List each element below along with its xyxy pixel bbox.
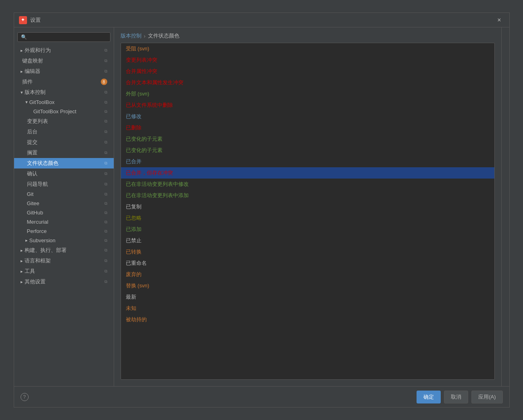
copy-icon-keymap: ⧉ xyxy=(104,58,107,63)
status-item-changed-children[interactable]: 已变化的子元素 xyxy=(121,133,494,145)
copy-icon-vcs: ⧉ xyxy=(104,90,107,95)
sidebar-item-label: 文件状态颜色 xyxy=(27,160,58,167)
status-item-deleted[interactable]: 已删除 xyxy=(121,122,494,133)
status-item-disabled[interactable]: 已禁止 xyxy=(121,235,494,246)
status-item-label: 已转换 xyxy=(126,249,142,255)
sidebar-item-language[interactable]: ▸语言和框架⧉ xyxy=(14,256,114,266)
sidebar-item-issue-nav[interactable]: 问题导航⧉ xyxy=(14,179,114,189)
status-item-replaced[interactable]: 替换 (svn) xyxy=(121,280,494,291)
status-item-ignored[interactable]: 已忽略 xyxy=(121,212,494,224)
status-item-merge-text-property-conflict[interactable]: 合并文本和属性发生冲突 xyxy=(121,77,494,88)
status-item-added[interactable]: 已添加 xyxy=(121,224,494,235)
sidebar-item-vcs[interactable]: ▾版本控制⧉ xyxy=(14,87,114,98)
sidebar: ▸外观和行为⧉ 键盘映射⧉▸编辑器⧉ 插件8▾版本控制⧉▾GitToolBox⧉… xyxy=(14,27,114,386)
sidebar-item-label: 构建、执行、部署 xyxy=(25,247,67,254)
sidebar-item-label: 编辑器 xyxy=(25,68,40,75)
breadcrumb: 版本控制 › 文件状态颜色 xyxy=(114,27,501,43)
sidebar-item-background[interactable]: 后台⧉ xyxy=(14,127,114,137)
status-item-label: 已从文件系统中删除 xyxy=(126,102,173,108)
breadcrumb-parent[interactable]: 版本控制 xyxy=(121,32,142,40)
status-item-unknown[interactable]: 未知 xyxy=(121,303,494,314)
sidebar-item-label: 其他设置 xyxy=(25,278,46,285)
status-item-merged-with-conflict[interactable]: 已合并，但存在冲突 xyxy=(121,167,494,179)
sidebar-item-subversion[interactable]: ▸Subversion⧉ xyxy=(14,236,114,245)
status-item-label: 已复制 xyxy=(126,204,142,210)
copy-icon-tools: ⧉ xyxy=(104,269,107,274)
status-item-label: 合并文本和属性发生冲突 xyxy=(126,79,183,85)
status-item-blocked[interactable]: 受阻 (svn) xyxy=(121,43,494,54)
sidebar-item-gittoolbox[interactable]: ▾GitToolBox⧉ xyxy=(14,98,114,107)
sidebar-item-label: Subversion xyxy=(29,237,56,243)
status-item-merge-property-conflict[interactable]: 合并属性冲突 xyxy=(121,66,494,77)
status-item-label: 已删除 xyxy=(126,125,142,131)
sidebar-item-appearance[interactable]: ▸外观和行为⧉ xyxy=(14,45,114,56)
close-button[interactable]: × xyxy=(494,15,504,25)
sidebar-item-label: GitToolBox xyxy=(29,99,55,105)
status-item-changed-children2[interactable]: 已变化的子元素 xyxy=(121,145,494,156)
sidebar-item-shelf[interactable]: 搁置⧉ xyxy=(14,148,114,158)
sidebar-item-label: 键盘映射 xyxy=(22,57,43,64)
ok-button[interactable]: 确定 xyxy=(417,391,441,403)
status-item-label: 已变化的子元素 xyxy=(126,147,163,153)
cancel-button[interactable]: 取消 xyxy=(444,391,468,403)
sidebar-item-label: 插件 xyxy=(22,78,33,85)
status-item-obsolete[interactable]: 废弃的 xyxy=(121,269,494,280)
sidebar-item-mercurial[interactable]: Mercurial⧉ xyxy=(14,217,114,227)
status-item-modified[interactable]: 已修改 xyxy=(121,111,494,122)
sidebar-item-file-status-colors[interactable]: 文件状态颜色⧉ xyxy=(14,158,114,168)
sidebar-item-label: 后台 xyxy=(27,128,38,135)
dialog-content: ▸外观和行为⧉ 键盘映射⧉▸编辑器⧉ 插件8▾版本控制⧉▾GitToolBox⧉… xyxy=(14,27,509,386)
sidebar-item-changelog[interactable]: 变更列表⧉ xyxy=(14,116,114,127)
sidebar-item-label: GitHub xyxy=(27,210,43,216)
status-item-label: 已忽略 xyxy=(126,215,142,221)
status-item-external[interactable]: 外部 (svn) xyxy=(121,88,494,100)
status-item-added-in-inactive[interactable]: 已在非活动变更列表中添加 xyxy=(121,190,494,201)
sidebar-item-tools[interactable]: ▸工具⧉ xyxy=(14,266,114,277)
sidebar-item-commit[interactable]: 提交⧉ xyxy=(14,137,114,148)
status-item-label: 替换 (svn) xyxy=(126,283,150,289)
status-item-label: 已合并，但存在冲突 xyxy=(126,170,173,176)
window-title: 设置 xyxy=(30,17,41,24)
status-item-label: 最新 xyxy=(126,294,136,300)
sidebar-item-gitee[interactable]: Gitee⧉ xyxy=(14,199,114,208)
sidebar-item-perforce[interactable]: Perforce⧉ xyxy=(14,227,114,236)
sidebar-item-confirm[interactable]: 确认⧉ xyxy=(14,168,114,179)
status-item-label: 变更列表冲突 xyxy=(126,57,157,63)
copy-icon-language: ⧉ xyxy=(104,258,107,263)
status-item-label: 已合并 xyxy=(126,158,142,164)
status-item-switched[interactable]: 已转换 xyxy=(121,246,494,258)
sidebar-item-keymap[interactable]: 键盘映射⧉ xyxy=(14,56,114,66)
title-bar: ✦ 设置 × xyxy=(14,13,509,27)
copy-icon-gittoolbox-project: ⧉ xyxy=(104,109,107,114)
sidebar-item-plugins[interactable]: 插件8 xyxy=(14,77,114,87)
sidebar-item-editor[interactable]: ▸编辑器⧉ xyxy=(14,66,114,77)
sidebar-item-label: 工具 xyxy=(25,268,35,275)
copy-icon-other: ⧉ xyxy=(104,279,107,284)
help-button[interactable]: ? xyxy=(21,393,29,401)
app-icon: ✦ xyxy=(19,16,27,24)
sidebar-item-label: 语言和框架 xyxy=(25,257,51,264)
status-item-hijacked[interactable]: 被劫持的 xyxy=(121,314,494,325)
status-item-label: 已在非活动变更列表中添加 xyxy=(126,192,189,198)
copy-icon-issue-nav: ⧉ xyxy=(104,182,107,187)
sidebar-item-label: 搁置 xyxy=(27,149,38,156)
status-item-copied[interactable]: 已复制 xyxy=(121,201,494,212)
sidebar-item-gittoolbox-project[interactable]: GitToolBox Project⧉ xyxy=(14,107,114,116)
status-item-modified-in-inactive[interactable]: 已在非活动变更列表中修改 xyxy=(121,179,494,190)
status-item-deleted-from-fs[interactable]: 已从文件系统中删除 xyxy=(121,100,494,111)
copy-icon-editor: ⧉ xyxy=(104,69,107,74)
copy-icon-subversion: ⧉ xyxy=(104,238,107,243)
status-item-changelist-conflict[interactable]: 变更列表冲突 xyxy=(121,54,494,66)
status-item-renamed[interactable]: 已重命名 xyxy=(121,258,494,269)
status-item-label: 废弃的 xyxy=(126,271,142,277)
sidebar-item-build[interactable]: ▸构建、执行、部署⧉ xyxy=(14,245,114,256)
sidebar-item-git[interactable]: Git⧉ xyxy=(14,189,114,199)
copy-icon-appearance: ⧉ xyxy=(104,48,107,53)
status-item-merged[interactable]: 已合并 xyxy=(121,156,494,167)
sidebar-item-other[interactable]: ▸其他设置⧉ xyxy=(14,277,114,287)
search-input[interactable] xyxy=(17,32,110,42)
status-item-up-to-date[interactable]: 最新 xyxy=(121,291,494,303)
apply-button[interactable]: 应用(A) xyxy=(471,391,502,403)
status-item-label: 未知 xyxy=(126,305,136,311)
sidebar-item-github[interactable]: GitHub⧉ xyxy=(14,208,114,217)
